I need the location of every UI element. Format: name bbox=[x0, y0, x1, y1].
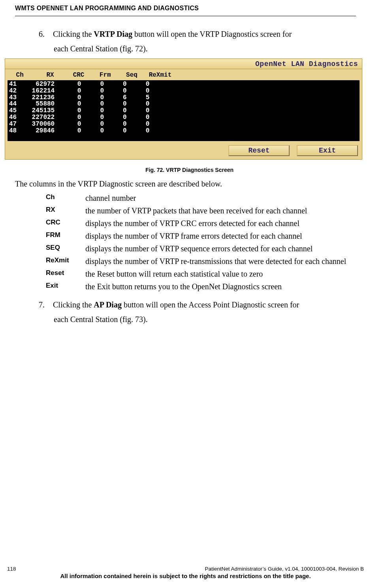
step-6: 6. Clicking the VRTP Diag button will op… bbox=[39, 28, 364, 40]
definition-row: Exitthe Exit button returns you to the O… bbox=[46, 281, 364, 292]
header-title: WMTS OPENNET LAN PROGRAMMING AND DIAGNOS… bbox=[15, 5, 356, 12]
definition-term: SEQ bbox=[46, 243, 85, 252]
step-7-text: Clicking the AP Diag button will open th… bbox=[53, 300, 299, 309]
figure-72-caption: Fig. 72. VRTP Diagnostics Screen bbox=[15, 167, 364, 173]
definition-description: displays the number of VRTP CRC errors d… bbox=[85, 218, 364, 229]
definition-row: Resetthe Reset button will return each s… bbox=[46, 268, 364, 279]
diagnostics-terminal: 41 62972 0 0 0 0 42 162214 0 0 0 0 43 22… bbox=[8, 80, 360, 141]
exit-button[interactable]: Exit bbox=[297, 145, 358, 156]
step-7: 7. Clicking the AP Diag button will open… bbox=[39, 299, 364, 311]
diagnostics-titlebar: OpenNet LAN Diagnostics bbox=[5, 59, 362, 69]
definition-description: displays the number of VRTP sequence err… bbox=[85, 243, 364, 254]
page: WMTS OPENNET LAN PROGRAMMING AND DIAGNOS… bbox=[0, 0, 371, 588]
diagnostics-title: OpenNet LAN Diagnostics bbox=[255, 59, 358, 69]
step-7-bold: AP Diag bbox=[94, 300, 122, 309]
page-footer: 118 PatientNet Administrator’s Guide, v1… bbox=[0, 566, 371, 579]
diagnostics-button-row: Reset Exit bbox=[5, 143, 362, 159]
step-6-line2: each Central Station (fig. 72). bbox=[54, 43, 364, 55]
definition-term: FRM bbox=[46, 230, 85, 239]
definition-row: CRCdisplays the number of VRTP CRC error… bbox=[46, 218, 364, 229]
diagnostics-panel: OpenNet LAN Diagnostics Ch RX CRC Frm Se… bbox=[5, 58, 362, 160]
definition-term: Exit bbox=[46, 281, 85, 290]
step-6-mid: button will open the VRTP Diagnostics sc… bbox=[132, 30, 292, 38]
definition-description: the Reset button will return each statis… bbox=[85, 268, 364, 279]
page-number: 118 bbox=[7, 566, 16, 572]
column-definitions: Chchannel numberRXthe number of VRTP pac… bbox=[46, 192, 364, 292]
footer-right: PatientNet Administrator’s Guide, v1.04,… bbox=[205, 566, 364, 572]
definition-row: SEQdisplays the number of VRTP sequence … bbox=[46, 243, 364, 254]
definition-description: the number of VRTP packets that have bee… bbox=[85, 205, 364, 216]
definition-term: ReXmit bbox=[46, 256, 85, 264]
page-header: WMTS OPENNET LAN PROGRAMMING AND DIAGNOS… bbox=[15, 5, 356, 16]
definition-description: displays the number of VRTP frame errors… bbox=[85, 230, 364, 241]
body-column: 6. Clicking the VRTP Diag button will op… bbox=[15, 28, 364, 325]
definition-term: Ch bbox=[46, 192, 85, 201]
definition-row: ReXmitdisplays the number of VRTP re-tra… bbox=[46, 256, 364, 267]
step-6-text: Clicking the VRTP Diag button will open … bbox=[53, 30, 292, 38]
step-7-line2: each Central Station (fig. 73). bbox=[54, 314, 364, 325]
footer-notice: All information contained herein is subj… bbox=[0, 573, 371, 579]
definition-row: FRMdisplays the number of VRTP frame err… bbox=[46, 230, 364, 241]
definition-description: displays the number of VRTP re-transmiss… bbox=[85, 256, 364, 267]
step-7-number: 7. bbox=[39, 300, 51, 309]
definition-row: RXthe number of VRTP packets that have b… bbox=[46, 205, 364, 216]
step-6-bold: VRTP Diag bbox=[94, 30, 132, 38]
header-rule bbox=[15, 16, 356, 16]
step-6-number: 6. bbox=[39, 30, 51, 39]
definition-term: RX bbox=[46, 205, 85, 214]
definition-term: Reset bbox=[46, 268, 85, 277]
reset-button[interactable]: Reset bbox=[228, 145, 290, 156]
footer-line-1: 118 PatientNet Administrator’s Guide, v1… bbox=[0, 566, 371, 573]
definition-row: Chchannel number bbox=[46, 192, 364, 204]
step-7-pre: Clicking the bbox=[53, 300, 94, 309]
step-7-mid: button will open the Access Point Diagno… bbox=[122, 300, 299, 309]
definition-term: CRC bbox=[46, 218, 85, 226]
definition-description: the Exit button returns you to the OpenN… bbox=[85, 281, 364, 292]
step-6-pre: Clicking the bbox=[53, 30, 94, 38]
columns-lead-text: The columns in the VRTP Diagnostic scree… bbox=[15, 179, 364, 188]
definition-description: channel number bbox=[85, 192, 364, 204]
diagnostics-column-headers: Ch RX CRC Frm Seq ReXmit bbox=[5, 69, 362, 80]
